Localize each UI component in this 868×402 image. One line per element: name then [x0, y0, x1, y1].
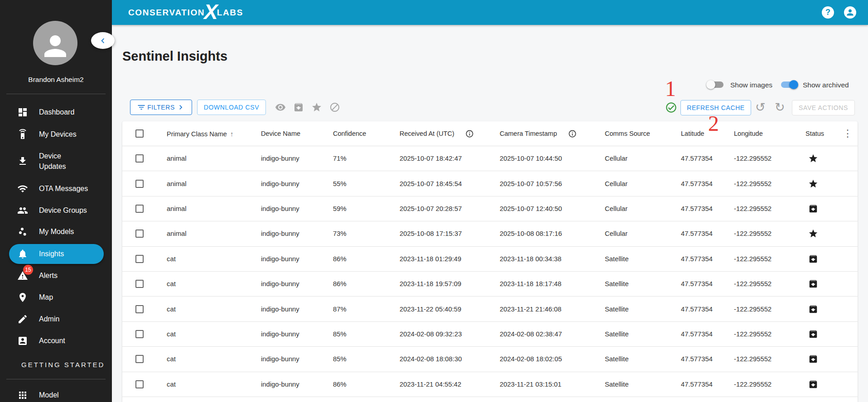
- logo-x-mark: X: [204, 3, 218, 21]
- cell-latitude: 47.577354: [681, 355, 713, 363]
- redo-icon[interactable]: ↻: [775, 100, 785, 115]
- cell-comms-source: Cellular: [605, 155, 627, 162]
- cell-longitude: -122.295552: [734, 155, 772, 162]
- cell-received-at: 2023-11-21 04:55:42: [400, 381, 461, 388]
- table-row[interactable]: catindigo-bunny86%2023-11-18 19:57:09202…: [122, 272, 858, 297]
- cell-confidence: 85%: [333, 355, 347, 363]
- table-row[interactable]: catindigo-bunny87%2023-11-22 05:40:59202…: [122, 297, 858, 321]
- cell-confidence: 71%: [333, 155, 347, 162]
- download-csv-button[interactable]: DOWNLOAD CSV: [197, 100, 266, 115]
- table-row[interactable]: animalindigo-bunny59%2025-10-07 20:28:57…: [122, 196, 858, 221]
- table-row[interactable]: catindigo-bunny86%2023-11-18 01:29:49202…: [122, 247, 858, 272]
- sidebar-item-dashboard[interactable]: Dashboard: [0, 101, 112, 123]
- column-header-status[interactable]: Status: [805, 130, 824, 137]
- sidebar-item-label: Insights: [39, 249, 64, 259]
- cell-primary-class-name: cat: [167, 280, 176, 287]
- download-csv-label: DOWNLOAD CSV: [204, 104, 259, 111]
- undo-icon[interactable]: ↺: [755, 100, 766, 115]
- column-header-latitude[interactable]: Latitude: [681, 130, 704, 137]
- sidebar-item-my-devices[interactable]: My Devices: [0, 124, 112, 145]
- column-header-camera-timestamp[interactable]: Camera Timestamp: [500, 130, 557, 137]
- row-checkbox[interactable]: [135, 154, 144, 163]
- select-all-checkbox[interactable]: [135, 129, 144, 138]
- row-checkbox[interactable]: [135, 305, 144, 313]
- row-checkbox[interactable]: [135, 255, 144, 263]
- eye-icon[interactable]: [275, 102, 286, 113]
- sidebar-divider: [6, 379, 106, 379]
- info-icon[interactable]: [568, 129, 577, 138]
- row-checkbox[interactable]: [135, 355, 144, 363]
- row-checkbox[interactable]: [135, 280, 144, 288]
- row-checkbox[interactable]: [135, 180, 144, 188]
- table-row[interactable]: animalindigo-bunny71%2025-10-07 18:42:47…: [122, 146, 858, 171]
- sidebar-collapse-button[interactable]: [91, 32, 115, 49]
- sidebar-item-ota-messages[interactable]: OTA Messages: [0, 178, 112, 200]
- filters-button-label: FILTERS: [147, 104, 175, 111]
- sidebar-item-map[interactable]: Map: [0, 287, 112, 308]
- cell-confidence: 86%: [333, 381, 347, 388]
- sidebar-item-account[interactable]: Account: [0, 330, 112, 352]
- row-checkbox[interactable]: [135, 330, 144, 338]
- archive-icon[interactable]: [293, 102, 304, 113]
- cell-latitude: 47.577354: [681, 205, 713, 212]
- cell-longitude: -122.295552: [734, 205, 772, 212]
- table-row[interactable]: catindigo-bunny85%2024-02-08 09:32:23202…: [122, 322, 858, 347]
- cell-comms-source: Cellular: [605, 180, 627, 187]
- sidebar-item-label: Device Updates: [39, 150, 78, 171]
- cell-received-at: 2025-10-08 17:15:37: [400, 230, 462, 237]
- show-images-toggle[interactable]: [707, 81, 723, 88]
- sidebar-item-admin[interactable]: Admin: [0, 308, 112, 330]
- account-icon[interactable]: [844, 6, 856, 19]
- column-header-received-at[interactable]: Received At (UTC): [400, 130, 454, 137]
- sidebar-item-model[interactable]: Model: [0, 384, 112, 402]
- people-icon: [17, 205, 28, 216]
- column-header-primary-class-name[interactable]: Primary Class Name↑: [167, 130, 233, 138]
- filters-button[interactable]: FILTERS: [130, 100, 192, 115]
- sidebar-item-device-groups[interactable]: Device Groups: [0, 200, 112, 221]
- sidebar-item-insights[interactable]: Insights: [0, 244, 112, 264]
- cell-confidence: 86%: [333, 280, 347, 287]
- cell-longitude: -122.295552: [734, 230, 772, 237]
- info-icon[interactable]: [465, 129, 474, 138]
- apps-grid-icon: [17, 390, 28, 401]
- avatar: [33, 21, 77, 65]
- row-checkbox[interactable]: [135, 230, 144, 238]
- conservation-x-labs-logo[interactable]: CONSERVATION X LABS: [128, 4, 243, 22]
- sidebar-item-my-models[interactable]: My Models: [0, 221, 112, 243]
- cell-received-at: 2025-10-07 18:45:54: [400, 180, 462, 187]
- top-app-bar: CONSERVATION X LABS ?: [112, 0, 868, 25]
- table-row[interactable]: animalindigo-bunny55%2025-10-07 18:45:54…: [122, 171, 858, 196]
- device-remote-icon: [17, 129, 28, 140]
- cell-latitude: 47.577354: [681, 306, 713, 313]
- cell-comms-source: Cellular: [605, 205, 627, 212]
- cell-primary-class-name: cat: [167, 330, 176, 338]
- row-checkbox[interactable]: [135, 380, 144, 388]
- table-row[interactable]: catindigo-bunny85%2024-02-08 18:08:30202…: [122, 347, 858, 372]
- show-archived-toggle[interactable]: [781, 81, 797, 88]
- bell-icon: [17, 249, 28, 259]
- column-menu-icon[interactable]: ⋮: [843, 128, 853, 139]
- sidebar-item-device-updates[interactable]: Device Updates: [0, 145, 112, 177]
- table-row[interactable]: catindigo-bunny86%2023-11-21 04:55:42202…: [122, 372, 858, 397]
- column-header-device-name[interactable]: Device Name: [261, 130, 300, 137]
- chevron-right-icon: [176, 103, 185, 112]
- help-icon[interactable]: ?: [822, 6, 834, 19]
- cell-longitude: -122.295552: [734, 381, 772, 388]
- status-archived-icon: [808, 354, 818, 364]
- block-icon[interactable]: [329, 102, 340, 113]
- row-checkbox[interactable]: [135, 205, 144, 213]
- show-images-label: Show images: [730, 81, 772, 89]
- star-icon[interactable]: [311, 102, 322, 113]
- table-row[interactable]: animalindigo-bunny73%2025-10-08 17:15:37…: [122, 221, 858, 246]
- column-header-comms-source[interactable]: Comms Source: [605, 130, 650, 137]
- cell-comms-source: Cellular: [605, 230, 627, 237]
- sidebar-item-alerts[interactable]: 15 Alerts: [0, 265, 112, 287]
- column-header-longitude[interactable]: Longitude: [734, 130, 763, 137]
- cell-received-at: 2023-11-22 05:40:59: [400, 306, 461, 313]
- sidebar-item-label: Alerts: [39, 270, 58, 281]
- cell-device-name: indigo-bunny: [261, 255, 299, 263]
- column-header-confidence[interactable]: Confidence: [333, 130, 366, 137]
- sidebar: Brandon Asheim2 Dashboard My Devices Dev…: [0, 0, 112, 402]
- cell-camera-timestamp: 2024-02-08 18:02:05: [500, 355, 562, 363]
- cell-comms-source: Satellite: [605, 255, 629, 263]
